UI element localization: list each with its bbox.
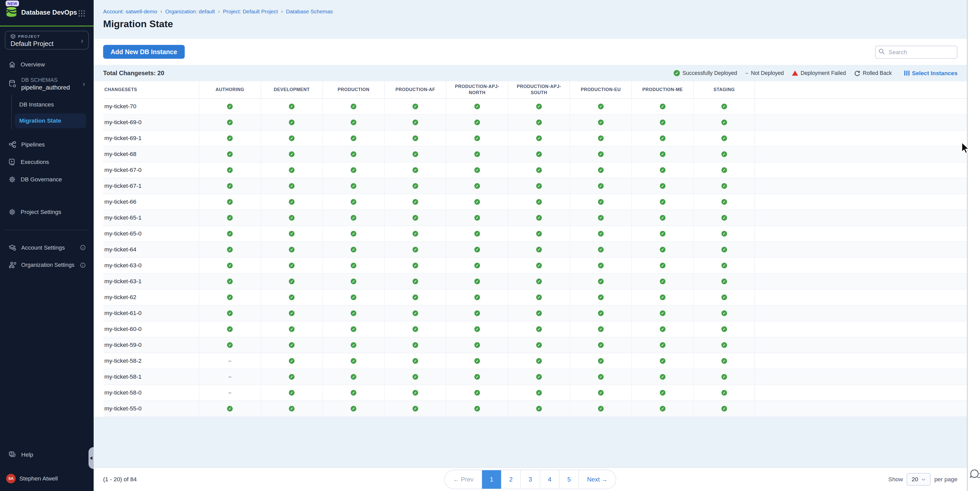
deployed-icon: ✓ [598, 183, 604, 189]
page-size-area: Show 20 per page [616, 473, 958, 486]
status-cell: ✓ [508, 99, 570, 114]
user-name: Stephen Atwell [19, 475, 58, 482]
status-cell: ✓ [323, 258, 384, 273]
status-cell: ✓ [261, 130, 323, 146]
deployed-icon: ✓ [660, 199, 665, 205]
project-selector[interactable]: PROJECT Default Project › [5, 31, 89, 49]
status-cell: ✓ [570, 178, 632, 194]
status-cell: ✓ [261, 337, 323, 353]
deployed-icon: ✓ [289, 390, 294, 396]
sidebar-item-migration-state[interactable]: Migration State [15, 113, 86, 128]
breadcrumb-account[interactable]: Account: satwell-demo [103, 8, 157, 14]
deployed-icon: ✓ [289, 310, 294, 316]
status-cell: ✓ [446, 162, 508, 178]
deployed-icon: ✓ [351, 151, 356, 157]
play-square-icon [9, 159, 16, 165]
sidebar-item-overview[interactable]: Overview [0, 56, 94, 73]
status-cell: ✓ [261, 353, 323, 369]
page-size-select[interactable]: 20 [907, 473, 931, 486]
changeset-name: my-ticket-63-0 [103, 258, 199, 273]
chevron-right-icon: › [81, 37, 83, 45]
sidebar-item-account-settings[interactable]: Account Settings [0, 239, 94, 256]
deployed-icon: ✓ [474, 135, 480, 141]
sidebar-collapse-handle[interactable] [89, 447, 94, 469]
status-cell: ✓ [632, 115, 693, 130]
deployed-icon: ✓ [474, 183, 480, 189]
status-cell: ✓ [693, 337, 755, 353]
column-header-authoring: AUTHORING [199, 81, 261, 98]
prev-page-button[interactable]: ← Prev [445, 470, 482, 489]
status-cell: ✓ [632, 385, 693, 400]
status-cell: ✓ [446, 194, 508, 210]
page-button-1[interactable]: 1 [482, 470, 501, 489]
deployed-icon: ✓ [536, 406, 542, 412]
status-cell: ✓ [508, 353, 570, 369]
status-cell: ✓ [199, 290, 261, 305]
breadcrumb-organization[interactable]: Organization: default [165, 8, 215, 14]
deployed-icon: ✓ [474, 279, 480, 284]
rolled-back-icon [854, 70, 860, 76]
next-page-button[interactable]: Next → [579, 470, 616, 489]
status-cell: ✓ [261, 115, 323, 130]
sidebar-item-pipelines[interactable]: Pipelines [0, 136, 94, 153]
status-cell: ✓ [570, 369, 632, 385]
status-cell: ✓ [384, 99, 446, 114]
status-cell: ✓ [384, 385, 446, 400]
status-cell: ✓ [446, 146, 508, 162]
search-input[interactable] [875, 46, 958, 59]
sidebar-item-db-instances[interactable]: DB Instances [12, 97, 94, 112]
info-icon[interactable] [80, 245, 86, 250]
user-menu[interactable]: SA Stephen Atwell [0, 470, 94, 487]
page-button-4[interactable]: 4 [540, 470, 559, 489]
deployed-icon: ✓ [412, 135, 418, 141]
sidebar-item-help[interactable]: ? Help [0, 446, 94, 464]
deployed-icon: ✓ [536, 294, 542, 300]
status-cell: ✓ [570, 242, 632, 257]
status-cell: – [199, 369, 261, 385]
deployed-icon: ✓ [227, 326, 233, 332]
sidebar-item-organization-settings[interactable]: Organization Settings [0, 256, 94, 274]
deployed-icon: ✓ [474, 406, 480, 412]
status-cell: ✓ [446, 401, 508, 416]
sidebar-item-project-settings[interactable]: Project Settings [0, 203, 94, 221]
deployed-icon: ✓ [227, 135, 233, 141]
sidebar-item-label: Help [21, 451, 33, 458]
status-cell: ✓ [199, 162, 261, 178]
table-row: my-ticket-69-0✓✓✓✓✓✓✓✓✓ [103, 115, 980, 130]
status-cell: ✓ [693, 226, 755, 242]
deployed-icon: ✓ [660, 103, 665, 109]
status-cell: ✓ [508, 242, 570, 257]
sidebar-item-db-governance[interactable]: DB Governance [0, 171, 94, 188]
deployed-icon: ✓ [227, 103, 233, 109]
page-button-2[interactable]: 2 [501, 470, 520, 489]
sidebar-item-label: Account Settings [21, 244, 65, 251]
column-header-production-apj-north: PRODUCTION-APJ-NORTH [446, 81, 508, 98]
status-cell: ✓ [384, 178, 446, 194]
breadcrumb-project[interactable]: Project: Default Project [223, 8, 278, 14]
deployed-icon: ✓ [660, 310, 665, 316]
select-instances-button[interactable]: Select Instances [904, 70, 958, 77]
collapse-left-icon [90, 456, 92, 460]
page-button-3[interactable]: 3 [520, 470, 540, 489]
deployed-icon: ✓ [536, 199, 542, 205]
select-instances-label: Select Instances [912, 70, 958, 77]
changeset-name: my-ticket-58-2 [103, 353, 199, 369]
deployed-icon: ✓ [674, 70, 680, 76]
add-new-db-instance-button[interactable]: Add New DB Instance [103, 45, 185, 59]
deployed-icon: ✓ [474, 358, 480, 364]
status-cell: ✓ [261, 274, 323, 289]
chat-widget-icon[interactable] [969, 469, 980, 480]
deployed-icon: ✓ [474, 374, 480, 380]
changeset-name: my-ticket-58-1 [103, 369, 199, 385]
app-grid-icon[interactable] [78, 10, 85, 17]
status-cell: ✓ [508, 162, 570, 178]
status-cell: ✓ [508, 258, 570, 273]
sidebar-item-executions[interactable]: Executions [0, 153, 94, 171]
status-cell: ✓ [446, 274, 508, 289]
breadcrumb-database-schemas[interactable]: Database Schemas [286, 8, 333, 14]
info-icon[interactable] [80, 262, 86, 268]
sidebar: NEW Database DevOps [0, 0, 94, 491]
sidebar-item-db-schemas[interactable]: DB SCHEMAS pipeline_authored › [0, 73, 94, 95]
deployed-icon: ✓ [660, 215, 665, 221]
page-button-5[interactable]: 5 [559, 470, 579, 489]
